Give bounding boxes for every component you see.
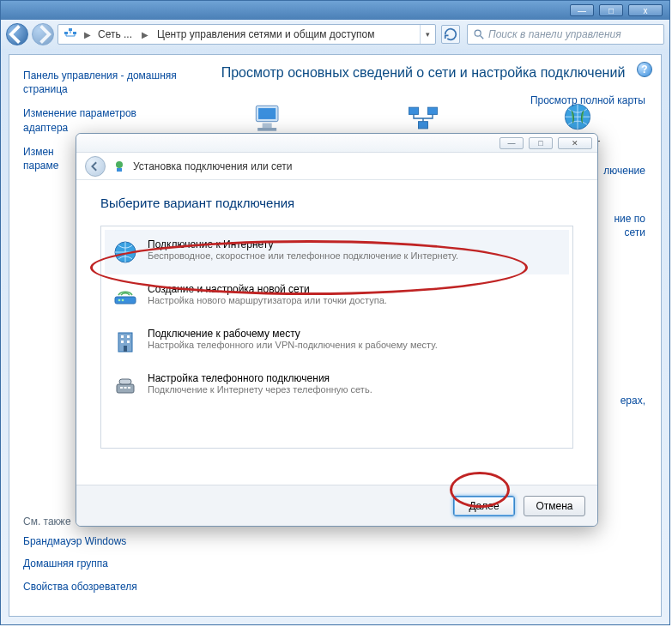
right-link-fragment[interactable]: сети [625, 226, 645, 238]
arrow-right-icon [33, 24, 53, 45]
nav-toolbar: ▶ Сеть ... ▶ Центр управления сетями и о… [1, 20, 669, 49]
option-title: Настройка телефонного подключения [148, 372, 372, 384]
network-hub-icon [404, 99, 442, 137]
option-title: Создание и настройка новой сети [148, 283, 387, 295]
next-button[interactable]: Далее [453, 496, 515, 516]
option-title: Подключение к Интернету [148, 238, 458, 250]
svg-rect-25 [119, 379, 131, 384]
wizard-titlebar: — □ ✕ [76, 134, 597, 153]
wizard-body: Выберите вариант подключения Подключение… [76, 180, 597, 485]
svg-rect-23 [124, 346, 127, 352]
svg-rect-15 [115, 297, 136, 304]
right-link-fragment[interactable]: ерах, [621, 395, 645, 407]
sidebar-link-homegroup[interactable]: Домашняя группа [23, 557, 179, 570]
wizard-back-button[interactable] [85, 156, 106, 177]
option-desc: Подключение к Интернету через телефонную… [148, 384, 372, 395]
address-dropdown[interactable]: ▾ [420, 25, 435, 44]
svg-rect-5 [258, 108, 275, 119]
svg-rect-9 [428, 107, 438, 114]
building-icon [112, 328, 139, 355]
svg-point-17 [122, 299, 124, 302]
wizard-icon [112, 160, 126, 173]
svg-rect-13 [117, 168, 122, 172]
network-icon [64, 27, 77, 41]
svg-rect-27 [124, 387, 127, 389]
search-icon [473, 28, 485, 40]
svg-rect-26 [120, 387, 123, 389]
option-desc: Беспроводное, скоростное или телефонное … [148, 250, 458, 261]
view-full-map-link[interactable]: Просмотр полной карты [530, 94, 645, 106]
sidebar-link-firewall[interactable]: Брандмауэр Windows [23, 534, 179, 548]
wizard-heading: Выберите вариант подключения [100, 196, 573, 210]
breadcrumb-seg-1[interactable]: Сеть ... [98, 28, 132, 40]
svg-rect-10 [419, 122, 428, 129]
option-desc: Настройка телефонного или VPN-подключени… [148, 340, 438, 350]
arrow-left-icon [90, 161, 100, 172]
chevron-right-icon: ▶ [81, 30, 94, 39]
sidebar-link-home[interactable]: Панель управления - домашняя страница [23, 69, 179, 96]
svg-rect-19 [121, 335, 124, 338]
phone-icon [112, 372, 139, 400]
wizard-window: — □ ✕ Установка подключения или сети Выб… [76, 133, 598, 527]
wizard-close-button[interactable]: ✕ [558, 137, 592, 149]
refresh-icon [442, 26, 459, 43]
svg-rect-21 [121, 341, 124, 343]
refresh-button[interactable] [441, 25, 460, 44]
option-desc: Настройка нового маршрутизатора или точк… [148, 295, 387, 305]
svg-rect-7 [257, 128, 276, 131]
sidebar-link-adapter[interactable]: Изменение параметров адаптера [23, 106, 179, 134]
window-titlebar: — □ x [1, 1, 669, 20]
close-button[interactable]: x [628, 4, 663, 16]
router-icon [112, 283, 139, 310]
svg-point-3 [475, 30, 481, 36]
right-link-fragment[interactable]: лючение [603, 165, 645, 177]
address-bar[interactable]: ▶ Сеть ... ▶ Центр управления сетями и о… [58, 24, 436, 45]
option-dialup[interactable]: Настройка телефонного подключения Подклю… [105, 364, 569, 408]
svg-rect-22 [127, 341, 130, 343]
option-list: Подключение к Интернету Беспроводное, ск… [100, 226, 573, 449]
wizard-header: Установка подключения или сети [76, 153, 597, 180]
svg-point-12 [116, 161, 123, 168]
svg-rect-28 [128, 387, 130, 389]
option-workplace[interactable]: Подключение к рабочему месту Настройка т… [105, 319, 569, 364]
option-internet[interactable]: Подключение к Интернету Беспроводное, ск… [105, 230, 569, 274]
wizard-footer: Далее Отмена [76, 485, 597, 526]
minimize-button[interactable]: — [570, 4, 594, 16]
svg-rect-1 [73, 32, 76, 34]
search-placeholder: Поиск в панели управления [488, 28, 621, 40]
chevron-right-icon: ▶ [138, 30, 152, 39]
search-input[interactable]: Поиск в панели управления [467, 24, 664, 45]
option-title: Подключение к рабочему месту [148, 328, 438, 340]
wizard-minimize-button[interactable]: — [499, 137, 524, 149]
svg-rect-20 [127, 335, 130, 338]
globe-icon [112, 238, 139, 266]
right-link-fragment[interactable]: ние по [614, 213, 645, 225]
computer-icon [250, 99, 288, 137]
svg-point-16 [118, 299, 121, 302]
svg-rect-2 [69, 28, 72, 31]
forward-button[interactable] [32, 23, 54, 45]
breadcrumb-seg-2[interactable]: Центр управления сетями и общим доступом [157, 28, 375, 40]
cancel-button[interactable]: Отмена [524, 496, 585, 516]
arrow-left-icon [7, 24, 27, 45]
option-new-network[interactable]: Создание и настройка новой сети Настройк… [105, 274, 569, 319]
svg-rect-6 [263, 124, 272, 129]
wizard-title: Установка подключения или сети [133, 160, 292, 172]
maximize-button[interactable]: □ [599, 4, 623, 16]
sidebar-link-browser-props[interactable]: Свойства обозревателя [23, 580, 179, 594]
svg-rect-8 [409, 107, 419, 114]
page-title: Просмотр основных сведений о сети и наст… [201, 65, 645, 81]
svg-rect-0 [64, 32, 68, 34]
back-button[interactable] [6, 23, 28, 45]
wizard-maximize-button[interactable]: □ [529, 137, 553, 149]
